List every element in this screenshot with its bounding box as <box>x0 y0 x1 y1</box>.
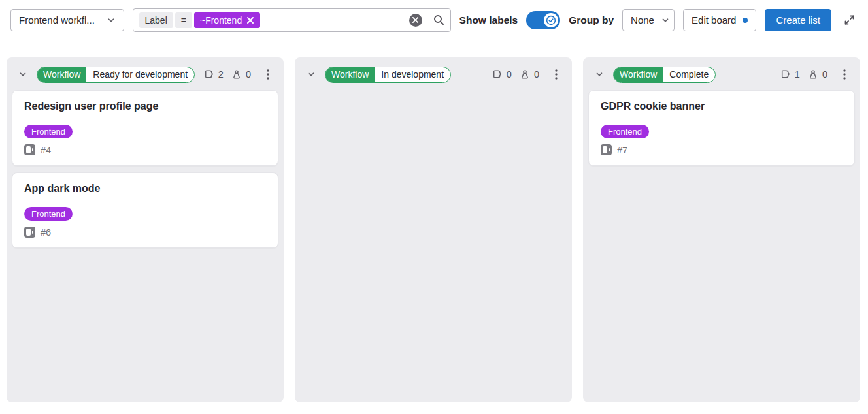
group-by-label: Group by <box>569 14 614 26</box>
filter-search-bar[interactable]: Label = ~Frontend <box>133 8 451 32</box>
card-list <box>300 89 567 90</box>
card-list: Redesign user profile page Frontend #4 A… <box>12 89 278 248</box>
label-pill[interactable]: Frontend <box>24 207 73 221</box>
issue-count: 1 <box>795 69 800 80</box>
issues-count-icon <box>492 69 503 80</box>
list-meta: 0 0 <box>492 69 543 80</box>
list-settings-button[interactable] <box>551 67 561 82</box>
board-switcher-value: Frontend workfl... <box>19 14 95 25</box>
label-pill[interactable]: Frontend <box>601 125 649 138</box>
project-avatar <box>24 227 35 238</box>
group-by-value: None <box>631 14 654 25</box>
clear-search-button[interactable] <box>405 9 427 31</box>
chevron-down-icon <box>307 70 316 79</box>
filter-token-value-text: ~Frontend <box>200 15 242 25</box>
label-scope: Workflow <box>614 67 663 82</box>
list-scoped-label: Workflow Ready for development <box>37 67 195 83</box>
toggle-knob <box>544 13 558 27</box>
label-value: Ready for development <box>86 67 194 82</box>
board-list-ready-for-development: Workflow Ready for development 2 0 <box>7 57 284 402</box>
list-header: Workflow In development 0 0 <box>300 63 567 89</box>
chevron-down-icon <box>18 70 27 79</box>
list-meta: 1 0 <box>780 69 831 80</box>
issues-count-icon <box>780 69 791 80</box>
search-icon <box>433 14 444 25</box>
issue-title[interactable]: App dark mode <box>24 183 266 195</box>
weight-icon <box>231 69 242 80</box>
issue-reference: #7 <box>617 145 627 155</box>
issues-count-icon <box>204 69 214 80</box>
collapse-list-button[interactable] <box>305 69 317 80</box>
issue-card[interactable]: App dark mode Frontend #6 <box>12 172 278 248</box>
list-header: Workflow Ready for development 2 0 <box>12 63 278 89</box>
chevron-down-icon <box>661 16 670 25</box>
list-header: Workflow Complete 1 0 <box>588 63 855 89</box>
list-settings-button[interactable] <box>263 67 273 82</box>
project-avatar <box>601 144 612 155</box>
edit-board-notification-dot <box>743 18 748 23</box>
issue-labels: Frontend <box>24 207 266 221</box>
issue-count: 2 <box>218 69 224 80</box>
label-value: Complete <box>663 67 715 82</box>
chevron-down-icon <box>595 70 604 79</box>
weight-icon <box>808 69 818 80</box>
issue-labels: Frontend <box>601 125 843 138</box>
create-list-button[interactable]: Create list <box>765 9 831 31</box>
weight-count: 0 <box>246 69 251 80</box>
board-list-in-development: Workflow In development 0 0 <box>295 57 572 402</box>
list-scoped-label: Workflow In development <box>325 67 451 83</box>
issue-card-footer: #6 <box>24 227 266 238</box>
filter-token-operator[interactable]: = <box>175 12 192 28</box>
vertical-ellipsis-icon <box>555 69 558 80</box>
label-value: In development <box>375 67 450 82</box>
list-settings-button[interactable] <box>839 67 850 82</box>
edit-board-label: Edit board <box>692 14 736 25</box>
check-circle-icon <box>546 15 556 25</box>
issue-card-footer: #4 <box>24 144 266 155</box>
issue-card-footer: #7 <box>601 144 843 155</box>
weight-count: 0 <box>822 69 827 80</box>
clear-icon <box>409 14 422 27</box>
project-avatar <box>24 144 35 155</box>
label-scope: Workflow <box>326 67 375 82</box>
chevron-down-icon <box>107 16 116 25</box>
expand-icon <box>844 14 855 25</box>
issue-title[interactable]: GDPR cookie banner <box>601 101 843 112</box>
list-meta: 2 0 <box>204 69 255 80</box>
remove-token-icon[interactable] <box>246 16 254 24</box>
issue-card[interactable]: GDPR cookie banner Frontend #7 <box>588 90 855 166</box>
collapse-list-button[interactable] <box>17 69 29 80</box>
filter-token-value[interactable]: ~Frontend <box>194 12 260 28</box>
vertical-ellipsis-icon <box>843 69 846 80</box>
board-toolbar: Frontend workfl... Label = ~Frontend Sho… <box>0 0 868 40</box>
fullscreen-button[interactable] <box>841 12 858 28</box>
filter-token-group: Label = ~Frontend <box>139 12 405 28</box>
issue-reference: #4 <box>41 145 51 155</box>
edit-board-button[interactable]: Edit board <box>683 9 756 31</box>
board-list-complete: Workflow Complete 1 0 <box>583 57 860 402</box>
filter-token-field[interactable]: Label <box>139 12 173 28</box>
weight-icon <box>520 69 530 80</box>
issue-labels: Frontend <box>24 125 266 138</box>
weight-count: 0 <box>534 69 539 80</box>
group-by-dropdown[interactable]: None <box>622 9 675 31</box>
vertical-ellipsis-icon <box>267 69 269 80</box>
label-scope: Workflow <box>37 67 86 82</box>
issue-count: 0 <box>507 69 512 80</box>
search-button[interactable] <box>427 9 450 31</box>
issue-board: Workflow Ready for development 2 0 <box>0 40 868 402</box>
issue-title[interactable]: Redesign user profile page <box>24 101 266 112</box>
issue-card[interactable]: Redesign user profile page Frontend #4 <box>12 90 278 166</box>
show-labels-toggle[interactable] <box>526 11 560 29</box>
collapse-list-button[interactable] <box>593 69 605 80</box>
label-pill[interactable]: Frontend <box>24 125 73 138</box>
create-list-label: Create list <box>776 14 820 25</box>
card-list: GDPR cookie banner Frontend #7 <box>588 89 855 166</box>
show-labels-label: Show labels <box>459 14 518 26</box>
issue-reference: #6 <box>41 227 51 238</box>
board-switcher-dropdown[interactable]: Frontend workfl... <box>10 9 124 31</box>
list-scoped-label: Workflow Complete <box>613 67 716 83</box>
